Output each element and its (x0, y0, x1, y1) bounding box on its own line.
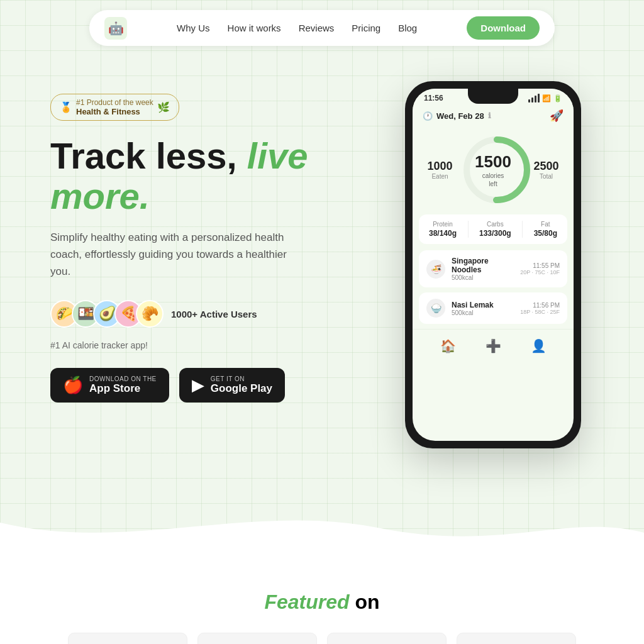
navbar-logo: 🤖 (104, 17, 127, 40)
featured-logo-1 (68, 633, 187, 644)
phone-date-row: 🕐 Wed, Feb 28 ℹ 🚀 (413, 105, 574, 129)
wifi-icon: 📶 (542, 94, 551, 103)
meal-kcal-0: 500kcal (452, 274, 514, 281)
calories-center: 1500 caloriesleft (475, 152, 511, 188)
hero-right: 11:56 📶 🔋 🕐 (405, 81, 594, 448)
featured-logos (50, 633, 594, 644)
nav-link-pricing[interactable]: Pricing (352, 23, 380, 33)
meal-info-1: Nasi Lemak 500kcal (452, 301, 514, 316)
macro-protein: Protein38/140g (429, 221, 457, 238)
featured-logo-2 (197, 633, 317, 644)
calories-eaten-number: 1000 (423, 160, 457, 173)
tagline: #1 AI calorie tracker app! (50, 340, 352, 350)
info-icon: ℹ (488, 111, 491, 120)
phone-status-icons: 📶 🔋 (528, 94, 562, 103)
phone-notch (468, 89, 518, 104)
clock-icon: 🕐 (423, 111, 433, 121)
phone-mockup: 11:56 📶 🔋 🕐 (405, 81, 581, 448)
meal-kcal-1: 500kcal (452, 309, 514, 316)
nav-link-why-us[interactable]: Why Us (177, 23, 210, 33)
calories-eaten: 1000 Eaten (423, 160, 457, 180)
app-store-button[interactable]: 🍎 Download on the App Store (50, 368, 169, 402)
phone-time: 11:56 (424, 94, 443, 103)
featured-logo-3 (327, 633, 447, 644)
calories-left-number: 1500 (475, 152, 511, 172)
google-play-icon: ▶ (192, 375, 204, 395)
navbar: 🤖 Why Us How it works Reviews Pricing Bl… (89, 10, 555, 46)
macro-carbs: Carbs133/300g (479, 221, 511, 238)
nav-link-reviews[interactable]: Reviews (299, 23, 335, 33)
active-users-text: 1000+ Active Users (171, 309, 257, 319)
nav-link-how-it-works[interactable]: How it works (228, 23, 281, 33)
hero-heading: Track less, live more. (50, 136, 352, 216)
phone-date-text: Wed, Feb 28 (436, 111, 484, 121)
laurel-right-icon: 🌿 (157, 101, 170, 113)
featured-heading-green: Featured (264, 591, 349, 613)
hero-left: 🏅 #1 Product of the week Health & Fitnes… (50, 81, 352, 402)
meal-macros-1: 18P · 58C · 25F (520, 309, 560, 315)
battery-icon: 🔋 (553, 94, 562, 103)
meal-info-0: Singapore Noodles 500kcal (452, 257, 514, 281)
app-store-text: Download on the App Store (89, 375, 157, 395)
meal-name-1: Nasi Lemak (452, 301, 514, 309)
featured-heading: Featured on (50, 591, 594, 614)
calories-eaten-label: Eaten (423, 173, 457, 180)
meal-time-0: 11:55 PM (520, 262, 560, 269)
calories-total-number: 2500 (529, 160, 564, 173)
navbar-links: Why Us How it works Reviews Pricing Blog (177, 23, 417, 34)
featured-logo-4 (457, 633, 576, 644)
laurel-left-icon: 🏅 (60, 101, 72, 113)
google-play-text: GET IT ON Google Play (211, 375, 272, 395)
calories-circle: 1500 caloriesleft (462, 135, 524, 204)
store-buttons: 🍎 Download on the App Store ▶ GET IT ON … (50, 368, 352, 402)
add-nav-icon[interactable]: ➕ (486, 338, 501, 353)
macros-row: Protein38/140gCarbs133/300gFat35/80g (419, 214, 567, 244)
app-store-label-big: App Store (89, 382, 140, 395)
phone-bottom-nav: 🏠 ➕ 👤 (413, 329, 574, 366)
calories-total-label: Total (529, 173, 564, 180)
phone-screen: 11:56 📶 🔋 🕐 (413, 89, 574, 441)
meal-list: 🍜 Singapore Noodles 500kcal 11:55 PM 20P… (413, 250, 574, 324)
featured-section: Featured on (0, 553, 644, 644)
meal-macros-0: 20P · 75C · 10F (520, 269, 560, 275)
phone-date: 🕐 Wed, Feb 28 ℹ (423, 111, 491, 121)
badge-category: Health & Fitness (76, 107, 153, 116)
google-play-label-big: Google Play (211, 382, 272, 395)
product-badge: 🏅 #1 Product of the week Health & Fitnes… (50, 94, 179, 121)
navbar-download-button[interactable]: Download (467, 16, 540, 40)
logo-icon: 🤖 (108, 21, 124, 36)
meal-time-1: 11:56 PM (520, 302, 560, 309)
macro-fat: Fat35/80g (534, 221, 557, 238)
hero-section: 🏅 #1 Product of the week Health & Fitnes… (0, 56, 644, 509)
calories-left-label: caloriesleft (475, 172, 511, 188)
profile-nav-icon[interactable]: 👤 (531, 338, 547, 353)
home-nav-icon[interactable]: 🏠 (440, 338, 456, 353)
meal-icon-1: 🍚 (426, 299, 445, 318)
apple-icon: 🍎 (63, 375, 83, 395)
meal-item-0: 🍜 Singapore Noodles 500kcal 11:55 PM 20P… (419, 250, 567, 287)
nav-link-blog[interactable]: Blog (398, 23, 417, 33)
avatar-4: 🥐 (136, 300, 164, 328)
calories-total: 2500 Total (529, 160, 564, 180)
calories-section: 1000 Eaten 1500 caloriesleft (413, 129, 574, 214)
hero-heading-black: Track less, (50, 135, 237, 176)
google-play-label-small: GET IT ON (211, 375, 245, 382)
featured-heading-black: on (355, 591, 379, 613)
rocket-icon: 🚀 (550, 109, 564, 123)
avatar-group: 🌮🍱🥑🍕🥐 (50, 300, 164, 328)
hero-description: Simplify healthy eating with a personali… (50, 229, 302, 280)
google-play-button[interactable]: ▶ GET IT ON Google Play (179, 368, 285, 402)
meal-icon-0: 🍜 (426, 260, 445, 279)
meal-name-0: Singapore Noodles (452, 257, 514, 274)
badge-rank: #1 Product of the week (76, 98, 153, 107)
meal-item-1: 🍚 Nasi Lemak 500kcal 11:56 PM 18P · 58C … (419, 292, 567, 324)
wave-section (0, 490, 644, 553)
app-store-label-small: Download on the (89, 375, 157, 382)
avatars-row: 🌮🍱🥑🍕🥐 1000+ Active Users (50, 300, 352, 328)
